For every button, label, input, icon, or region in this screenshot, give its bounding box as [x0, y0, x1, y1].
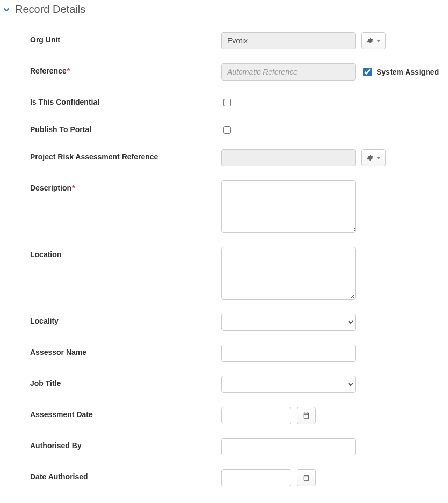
required-asterisk: *	[67, 67, 70, 75]
row-job-title: Job Title	[0, 376, 448, 393]
publish-portal-checkbox[interactable]	[223, 126, 231, 134]
label-publish-portal: Publish To Portal	[30, 122, 221, 134]
record-details-panel: Record Details Org Unit Reference* Syste…	[0, 0, 448, 486]
calendar-icon	[302, 474, 310, 482]
required-asterisk: *	[72, 184, 75, 192]
locality-select[interactable]	[221, 314, 356, 331]
label-reference: Reference*	[30, 63, 221, 75]
row-location: Location	[0, 247, 448, 300]
label-locality: Locality	[30, 314, 221, 325]
system-assigned-checkbox[interactable]	[363, 68, 372, 76]
date-authorised-field[interactable]	[221, 469, 291, 486]
row-description: Description*	[0, 180, 448, 233]
row-publish-portal: Publish To Portal	[0, 122, 448, 135]
row-assessor-name: Assessor Name	[0, 345, 448, 362]
label-org-unit: Org Unit	[30, 32, 221, 44]
confidential-checkbox[interactable]	[223, 99, 231, 106]
system-assigned-label: System Assigned	[377, 68, 439, 76]
label-job-title: Job Title	[30, 376, 221, 388]
row-assessment-date: Assessment Date	[0, 407, 448, 424]
authorised-by-field[interactable]	[221, 438, 356, 455]
assessor-name-field[interactable]	[221, 345, 356, 362]
panel-header[interactable]: Record Details	[0, 0, 448, 20]
label-project-risk-ref: Project Risk Assessment Reference	[30, 149, 221, 161]
gear-icon	[366, 37, 373, 45]
reference-field[interactable]	[221, 63, 356, 81]
label-location: Location	[30, 247, 221, 259]
description-textarea[interactable]	[221, 180, 356, 233]
label-confidential: Is This Confidential	[30, 94, 221, 106]
caret-down-icon	[377, 40, 381, 42]
label-assessment-date: Assessment Date	[30, 407, 221, 419]
calendar-icon	[302, 412, 310, 419]
assessment-date-picker-button[interactable]	[297, 407, 316, 424]
chevron-down-icon	[2, 5, 11, 14]
row-date-authorised: Date Authorised	[0, 469, 448, 486]
label-date-authorised: Date Authorised	[30, 469, 221, 481]
job-title-select[interactable]	[221, 376, 356, 393]
project-risk-ref-field[interactable]	[221, 149, 356, 166]
label-authorised-by: Authorised By	[30, 438, 221, 450]
gear-icon	[366, 154, 373, 162]
location-textarea[interactable]	[221, 247, 356, 300]
assessment-date-field[interactable]	[221, 407, 291, 424]
org-unit-field[interactable]	[221, 32, 356, 49]
row-confidential: Is This Confidential	[0, 94, 448, 108]
label-description: Description*	[30, 180, 221, 192]
caret-down-icon	[377, 157, 381, 159]
label-assessor-name: Assessor Name	[30, 345, 221, 356]
row-authorised-by: Authorised By	[0, 438, 448, 455]
system-assigned-toggle[interactable]: System Assigned	[361, 66, 439, 78]
date-authorised-picker-button[interactable]	[297, 469, 316, 486]
panel-title: Record Details	[15, 3, 85, 16]
row-locality: Locality	[0, 314, 448, 331]
row-reference: Reference* System Assigned	[0, 63, 448, 81]
org-unit-settings-button[interactable]	[361, 32, 386, 49]
project-risk-ref-settings-button[interactable]	[361, 149, 386, 166]
row-project-risk-ref: Project Risk Assessment Reference	[0, 149, 448, 166]
row-org-unit: Org Unit	[0, 32, 448, 49]
